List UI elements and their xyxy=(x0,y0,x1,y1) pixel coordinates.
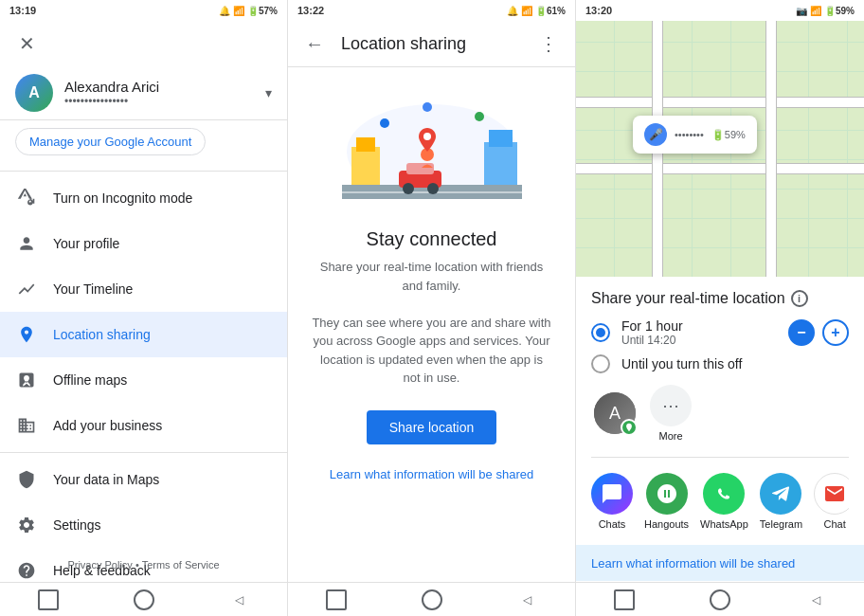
popup-battery: 🔋59% xyxy=(711,129,746,141)
hangouts-label: Hangouts xyxy=(644,518,689,530)
terms-link[interactable]: Terms of Service xyxy=(142,559,220,571)
bottom-nav-1: ◁ xyxy=(0,582,287,616)
sidebar-label-location-sharing: Location sharing xyxy=(53,327,151,342)
sidebar-item-settings[interactable]: Settings xyxy=(0,502,287,548)
back-button-nav-3[interactable] xyxy=(710,589,730,610)
option2-label: Until you turn this off xyxy=(621,356,849,371)
duration-option-2[interactable]: Until you turn this off xyxy=(591,354,849,373)
info-icon[interactable]: i xyxy=(791,290,808,307)
chevron-down-icon[interactable]: ▾ xyxy=(265,85,272,100)
location-sharing-panel: 13:22 🔔📶🔋61% ← Location sharing ⋮ xyxy=(288,0,576,616)
radio-unselected-icon xyxy=(591,354,610,373)
illustration-area xyxy=(288,67,575,228)
duration-option-1[interactable]: For 1 hour Until 14:20 − + xyxy=(591,318,849,347)
sidebar-label-offline-maps: Offline maps xyxy=(53,372,127,388)
share-title-text: Share your real-time location xyxy=(591,290,785,307)
svg-point-9 xyxy=(403,183,414,194)
profile-icon xyxy=(15,232,38,255)
settings-icon xyxy=(15,514,38,536)
status-icons-1: 🔔📶🔋57% xyxy=(219,6,278,16)
learn-more-link[interactable]: Learn what information will be shared xyxy=(288,452,575,497)
avatar: A xyxy=(15,74,53,112)
more-contacts-icon: ⋯ xyxy=(650,385,692,426)
timeline-icon xyxy=(15,278,38,300)
telegram-app-icon xyxy=(760,473,801,515)
time-controls: − + xyxy=(788,319,849,346)
share-panel: Share your real-time location i For 1 ho… xyxy=(576,277,864,616)
location-illustration xyxy=(333,90,531,213)
road-v2 xyxy=(765,21,777,277)
contact-avatar-user1[interactable]: A xyxy=(591,392,639,434)
road-h1 xyxy=(576,97,864,108)
divider-2 xyxy=(0,452,287,453)
sidebar-item-profile[interactable]: Your profile xyxy=(0,221,287,266)
add-business-icon xyxy=(15,414,38,437)
share-location-button[interactable]: Share location xyxy=(367,410,497,444)
sidebar-item-incognito[interactable]: Turn on Incognito mode xyxy=(0,175,287,221)
option2-info: Until you turn this off xyxy=(621,356,849,371)
recents-button-2[interactable]: ◁ xyxy=(517,589,538,610)
status-bar-2: 13:22 🔔📶🔋61% xyxy=(288,0,575,21)
learn-more-banner: Learn what information will be shared xyxy=(576,545,864,581)
more-contacts-item[interactable]: ⋯ More xyxy=(650,385,692,442)
app-item-gmail[interactable]: Chat xyxy=(814,473,849,530)
screen-title: Location sharing xyxy=(341,34,522,54)
sidebar-item-add-business[interactable]: Add your business xyxy=(0,403,287,448)
top-bar-2: ← Location sharing ⋮ xyxy=(288,21,575,67)
svg-rect-4 xyxy=(489,130,513,147)
manage-account-button[interactable]: Manage your Google Account xyxy=(15,128,206,155)
bottom-nav-3: ◁ xyxy=(576,582,864,616)
sidebar-item-timeline[interactable]: Your Timeline xyxy=(0,266,287,312)
divider-1 xyxy=(0,171,287,172)
app-item-telegram[interactable]: Telegram xyxy=(760,473,802,530)
footer-separator: • xyxy=(135,559,139,571)
sidebar-label-timeline: Your Timeline xyxy=(53,281,133,297)
back-button-2[interactable]: ← xyxy=(299,28,330,59)
close-button[interactable]: ✕ xyxy=(8,25,45,63)
account-section: A Alexandra Arici •••••••••••••••• ▾ xyxy=(0,66,287,120)
learn-more-bottom-link[interactable]: Learn what information will be shared xyxy=(591,549,795,574)
sidebar-panel: 13:19 🔔📶🔋57% ✕ A Alexandra Arici •••••••… xyxy=(0,0,288,616)
app-item-whatsapp[interactable]: WhatsApp xyxy=(700,473,748,530)
sidebar-label-add-business: Add your business xyxy=(53,418,162,433)
svg-point-13 xyxy=(423,102,432,112)
footer-links: Privacy Policy • Terms of Service xyxy=(0,552,287,578)
home-button-3[interactable] xyxy=(614,589,635,610)
time-minus-button[interactable]: − xyxy=(788,319,815,346)
svg-point-12 xyxy=(475,112,484,121)
account-email: •••••••••••••••• xyxy=(64,95,254,108)
recents-button[interactable]: ◁ xyxy=(229,589,250,610)
back-button-nav-2[interactable] xyxy=(422,589,442,610)
home-button[interactable] xyxy=(38,589,59,610)
sidebar-item-location-sharing[interactable]: Location sharing xyxy=(0,312,287,357)
app-item-hangouts[interactable]: Hangouts xyxy=(644,473,689,530)
time-plus-button[interactable]: + xyxy=(822,319,849,346)
popup-mic-icon: 🎤 xyxy=(644,123,667,146)
radio-selected-icon xyxy=(591,323,610,342)
time-3: 13:20 xyxy=(585,5,612,16)
sidebar-item-data[interactable]: Your data in Maps xyxy=(0,457,287,502)
app-item-chats[interactable]: Chats xyxy=(591,473,633,530)
privacy-link[interactable]: Privacy Policy xyxy=(67,559,132,571)
status-bar-3: 13:20 📷📶🔋59% xyxy=(576,0,864,21)
status-icons-3: 📷📶🔋59% xyxy=(796,6,855,16)
popup-name: •••••••• xyxy=(675,129,704,140)
offline-maps-icon xyxy=(15,369,38,391)
apps-row: Chats Hangouts WhatsApp Te xyxy=(591,465,849,537)
time-2: 13:22 xyxy=(297,5,324,16)
contact-badge-icon xyxy=(621,419,638,436)
gmail-label: Chat xyxy=(823,518,845,530)
option1-sublabel: Until 14:20 xyxy=(621,334,788,347)
sidebar-item-offline-maps[interactable]: Offline maps xyxy=(0,357,287,403)
svg-point-11 xyxy=(380,118,389,128)
recents-button-3[interactable]: ◁ xyxy=(805,589,826,610)
back-button[interactable] xyxy=(134,589,154,610)
contact-image: A xyxy=(594,392,636,434)
stay-connected-description: Share your real-time location with frien… xyxy=(288,258,575,403)
share-contacts: A ⋯ More xyxy=(591,373,849,449)
chats-app-icon xyxy=(591,473,633,515)
home-button-2[interactable] xyxy=(326,589,347,610)
more-menu-button[interactable]: ⋮ xyxy=(533,28,564,59)
sidebar-label-incognito: Turn on Incognito mode xyxy=(53,190,192,206)
sidebar-label-profile: Your profile xyxy=(53,236,119,251)
